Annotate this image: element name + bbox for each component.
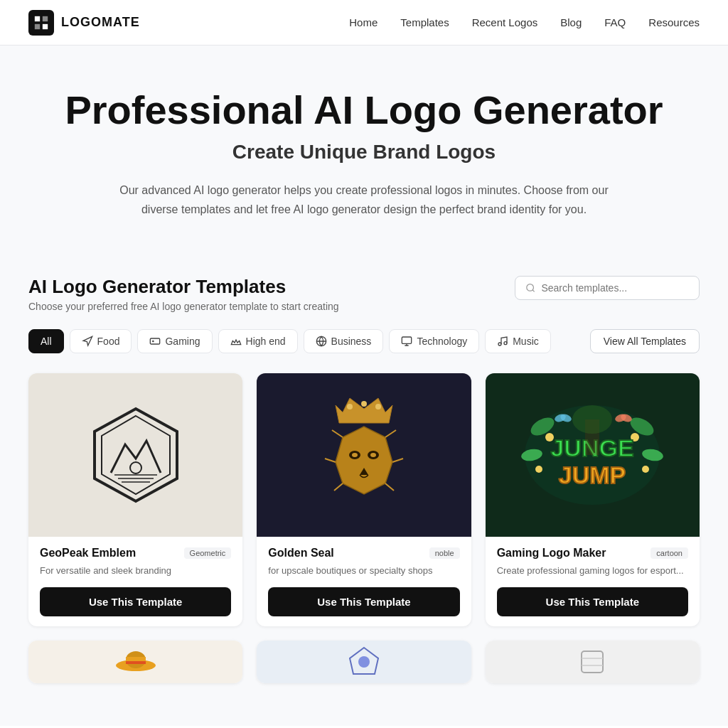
food-icon: [82, 336, 93, 347]
svg-rect-52: [126, 661, 146, 664]
svg-text:JUMP: JUMP: [559, 461, 626, 488]
templates-title: AI Logo Generator Templates: [28, 276, 339, 298]
nav-recent-logos[interactable]: Recent Logos: [472, 16, 538, 28]
svg-line-26: [385, 483, 394, 491]
template-title-geopeak: GeoPeak Emblem: [40, 547, 136, 560]
svg-point-18: [361, 401, 367, 407]
filter-music[interactable]: Music: [485, 329, 551, 353]
svg-point-29: [352, 453, 358, 457]
tech-icon: [401, 336, 412, 347]
template-title-gaming: Gaming Logo Maker: [497, 547, 606, 560]
view-all-templates-button[interactable]: View All Templates: [590, 329, 700, 353]
search-bar[interactable]: [515, 276, 700, 300]
filter-highend[interactable]: High end: [218, 329, 298, 353]
svg-line-21: [332, 430, 343, 437]
geopeak-logo-svg: [86, 405, 186, 505]
template-badge-golden-seal: noble: [429, 547, 460, 559]
svg-point-19: [375, 404, 381, 410]
filter-all[interactable]: All: [28, 329, 64, 353]
hero-title: Professional AI Logo Generator: [28, 88, 700, 132]
template-desc-gaming: Create professional gaming logos for esp…: [497, 564, 688, 578]
filter-food[interactable]: Food: [70, 329, 132, 353]
hero-description: Our advanced AI logo generator helps you…: [115, 181, 613, 219]
hero-subtitle: Create Unique Brand Logos: [28, 141, 700, 164]
logo-icon: [28, 10, 54, 36]
gaming-logo-svg: JUNGE JUMP: [521, 398, 663, 512]
logo-text: LOGOMATE: [61, 15, 140, 30]
template-desc-golden-seal: for upscale boutiques or specialty shops: [268, 564, 459, 578]
nav-links: Home Templates Recent Logos Blog FAQ Res…: [349, 16, 700, 28]
business-icon: [316, 336, 327, 347]
svg-point-8: [498, 343, 501, 346]
navigation: LOGOMATE Home Templates Recent Logos Blo…: [0, 0, 728, 46]
template-image-geopeak: [28, 373, 242, 537]
nav-home[interactable]: Home: [349, 16, 378, 28]
filter-business[interactable]: Business: [304, 329, 384, 353]
template-image-gaming: JUNGE JUMP: [486, 373, 700, 537]
template-card-gaming: JUNGE JUMP Gaming Logo Maker cartoon Cre…: [486, 373, 700, 627]
svg-point-40: [642, 466, 649, 473]
gaming-icon: [149, 336, 161, 347]
hero-section: Professional AI Logo Generator Create Un…: [0, 46, 728, 247]
svg-rect-1: [43, 16, 48, 21]
search-icon: [525, 282, 535, 294]
template-image-golden-seal: [257, 373, 471, 537]
partial-logo-1: [114, 644, 157, 680]
svg-rect-0: [35, 16, 40, 21]
use-template-geopeak[interactable]: Use This Template: [40, 587, 231, 616]
partial-image-1: [28, 641, 242, 683]
partial-logo-3: [571, 644, 614, 680]
template-badge-geopeak: Geometric: [184, 547, 232, 559]
svg-marker-10: [95, 409, 177, 501]
template-card-golden-seal: Golden Seal noble for upscale boutiques …: [257, 373, 471, 627]
partial-image-2: [257, 641, 471, 683]
filter-gaming[interactable]: Gaming: [137, 329, 212, 353]
template-card-partial-3: [486, 641, 700, 683]
svg-rect-5: [151, 338, 160, 344]
template-card-geopeak: GeoPeak Emblem Geometric For versatile a…: [28, 373, 242, 627]
svg-line-24: [385, 430, 396, 437]
svg-point-39: [535, 466, 542, 473]
template-desc-geopeak: For versatile and sleek branding: [40, 564, 231, 578]
logo[interactable]: LOGOMATE: [28, 10, 140, 36]
partial-logo-2: [343, 644, 385, 680]
nav-blog[interactable]: Blog: [560, 16, 582, 28]
svg-line-23: [334, 483, 343, 491]
svg-point-4: [527, 284, 534, 291]
partial-image-3: [486, 641, 700, 683]
svg-point-12: [130, 462, 141, 473]
nav-faq[interactable]: FAQ: [604, 16, 626, 28]
svg-line-22: [325, 459, 336, 462]
template-card-body-golden-seal: Golden Seal noble for upscale boutiques …: [257, 537, 471, 627]
template-card-partial-1: [28, 641, 242, 683]
templates-header-left: AI Logo Generator Templates Choose your …: [28, 276, 339, 312]
template-badge-gaming: cartoon: [651, 547, 688, 559]
use-template-gaming[interactable]: Use This Template: [497, 587, 688, 616]
svg-point-30: [370, 453, 376, 457]
svg-point-9: [504, 342, 507, 345]
svg-rect-3: [43, 23, 48, 28]
filter-row: All Food Gaming High end Business: [28, 329, 700, 353]
nav-resources[interactable]: Resources: [648, 16, 700, 28]
crown-icon: [230, 336, 242, 347]
filter-technology[interactable]: Technology: [389, 329, 479, 353]
golden-seal-logo-svg: [307, 391, 421, 519]
template-card-body-gaming: Gaming Logo Maker cartoon Create profess…: [486, 537, 700, 627]
templates-subtitle: Choose your preferred free AI logo gener…: [28, 301, 339, 312]
template-grid: GeoPeak Emblem Geometric For versatile a…: [28, 373, 700, 684]
templates-section: AI Logo Generator Templates Choose your …: [0, 247, 728, 727]
nav-templates[interactable]: Templates: [400, 16, 449, 28]
use-template-golden-seal[interactable]: Use This Template: [268, 587, 459, 616]
svg-rect-2: [35, 23, 40, 28]
template-card-body-geopeak: GeoPeak Emblem Geometric For versatile a…: [28, 537, 242, 627]
svg-point-54: [358, 656, 370, 668]
svg-rect-55: [582, 651, 603, 673]
search-input[interactable]: [541, 282, 689, 294]
svg-marker-20: [336, 427, 392, 494]
svg-rect-7: [402, 337, 412, 343]
templates-header: AI Logo Generator Templates Choose your …: [28, 276, 700, 312]
template-title-golden-seal: Golden Seal: [268, 547, 333, 560]
music-icon: [497, 336, 508, 347]
svg-point-48: [572, 405, 612, 434]
template-card-partial-2: [257, 641, 471, 683]
